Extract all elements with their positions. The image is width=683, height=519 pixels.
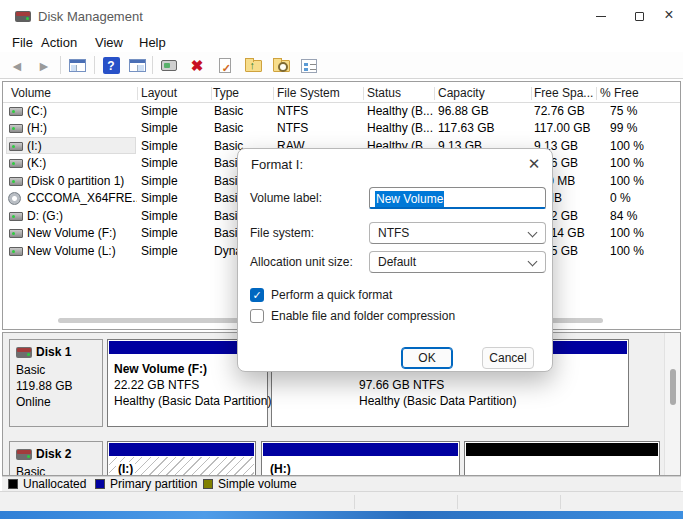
allocation-value: Default bbox=[378, 255, 416, 269]
disk-icon bbox=[16, 449, 32, 460]
cell-layout: Simple bbox=[141, 103, 211, 120]
folder-up-icon bbox=[245, 60, 262, 72]
menu-bar: File Action View Help bbox=[0, 32, 683, 52]
volume-disk-icon bbox=[9, 229, 23, 238]
column-header-freespace[interactable]: Free Spa... bbox=[534, 85, 593, 102]
menu-file[interactable]: File bbox=[12, 35, 33, 50]
allocation-label: Allocation unit size: bbox=[250, 255, 353, 269]
vertical-scrollbar-thumb[interactable] bbox=[670, 369, 676, 405]
ok-button[interactable]: OK bbox=[401, 347, 453, 369]
dialog-title: Format I: bbox=[251, 157, 303, 172]
unallocated-swatch bbox=[8, 479, 18, 489]
delete-button[interactable]: ✖ bbox=[186, 55, 208, 76]
cell-volume: (K:) bbox=[27, 155, 137, 172]
explore-button[interactable] bbox=[270, 55, 292, 76]
disk-management-window: Disk Management × File Action View Help … bbox=[0, 0, 683, 511]
cell-layout: Simple bbox=[141, 155, 211, 172]
refresh-console-button[interactable] bbox=[158, 55, 180, 76]
column-header-volume[interactable]: Volume bbox=[11, 85, 51, 102]
show-console-tree-button[interactable] bbox=[66, 55, 88, 76]
partition-name: New Volume (F:) bbox=[114, 362, 207, 376]
toolbar-separator bbox=[152, 56, 153, 74]
file-system-label: File system: bbox=[250, 226, 314, 240]
properties-button[interactable] bbox=[298, 55, 320, 76]
cell-volume: (H:) bbox=[27, 120, 137, 137]
volume-disk-icon bbox=[9, 159, 23, 168]
partition-name: (H:) bbox=[270, 462, 291, 476]
dialog-close-button[interactable]: ✕ bbox=[522, 153, 546, 175]
forward-arrow-icon: ► bbox=[37, 59, 51, 73]
cell-layout: Simple bbox=[141, 243, 211, 260]
toolbar: ◄ ► ? ✖ bbox=[0, 52, 683, 79]
close-button[interactable]: × bbox=[654, 4, 683, 26]
delete-x-icon: ✖ bbox=[191, 58, 204, 73]
partition-color-bar bbox=[109, 443, 254, 456]
minimize-icon bbox=[596, 16, 606, 17]
menu-view[interactable]: View bbox=[95, 35, 123, 50]
table-row[interactable]: (H:) Simple Basic NTFS Healthy (B... 117… bbox=[3, 120, 681, 137]
partition-size: 97.66 GB NTFS bbox=[359, 378, 444, 392]
volume-disk-icon bbox=[9, 177, 23, 186]
disk-icon bbox=[16, 347, 32, 358]
cell-layout: Simple bbox=[141, 120, 211, 137]
disk2-label-panel[interactable]: Disk 2 Basic bbox=[9, 441, 103, 476]
partition-h[interactable]: (H:) bbox=[261, 441, 460, 476]
status-bar bbox=[0, 491, 683, 511]
toolbar-separator bbox=[60, 56, 61, 74]
vertical-scrollbar[interactable] bbox=[664, 333, 680, 475]
quick-format-label: Perform a quick format bbox=[271, 288, 392, 302]
column-header-type[interactable]: Type bbox=[213, 85, 239, 102]
disk2-name: Disk 2 bbox=[36, 447, 71, 461]
disk1-label-panel[interactable]: Disk 1 Basic 119.88 GB Online bbox=[9, 339, 103, 427]
document-check-icon bbox=[219, 58, 231, 73]
help-button[interactable]: ? bbox=[100, 55, 122, 76]
chevron-down-icon bbox=[528, 228, 538, 238]
volume-disk-icon bbox=[9, 212, 23, 221]
cd-rom-icon bbox=[8, 192, 21, 205]
legend-primary-label: Primary partition bbox=[110, 477, 197, 491]
legend-unallocated-label: Unallocated bbox=[23, 477, 86, 491]
cell-freespace: 117.00 GB bbox=[534, 120, 596, 137]
menu-action[interactable]: Action bbox=[41, 35, 77, 50]
partition-status: Healthy (Basic Data Partition) bbox=[359, 394, 516, 408]
volume-label-value: New Volume bbox=[375, 191, 444, 207]
back-button[interactable]: ◄ bbox=[6, 55, 28, 76]
volume-label-input[interactable]: New Volume bbox=[369, 187, 546, 209]
cell-layout: Simple bbox=[141, 190, 211, 207]
file-system-select[interactable]: NTFS bbox=[369, 222, 546, 244]
partition-unallocated[interactable] bbox=[464, 441, 660, 476]
column-header-capacity[interactable]: Capacity bbox=[438, 85, 485, 102]
compression-checkbox[interactable] bbox=[250, 309, 264, 323]
maximize-button[interactable] bbox=[624, 5, 654, 27]
volume-disk-icon bbox=[9, 142, 23, 151]
cancel-button[interactable]: Cancel bbox=[482, 347, 534, 369]
compression-label: Enable file and folder compression bbox=[271, 309, 455, 323]
column-header-pctfree[interactable]: % Free bbox=[600, 85, 639, 102]
legend-simple-label: Simple volume bbox=[218, 477, 297, 491]
cell-pctfree: 75 % bbox=[610, 103, 680, 120]
column-header-filesystem[interactable]: File System bbox=[277, 85, 340, 102]
cell-layout: Simple bbox=[141, 225, 211, 242]
menu-help[interactable]: Help bbox=[139, 35, 166, 50]
open-button[interactable] bbox=[242, 55, 264, 76]
minimize-button[interactable] bbox=[586, 5, 616, 27]
table-row[interactable]: (C:) Simple Basic NTFS Healthy (B... 96.… bbox=[3, 103, 681, 120]
maximize-icon bbox=[635, 12, 644, 21]
validate-button[interactable] bbox=[214, 55, 236, 76]
allocation-select[interactable]: Default bbox=[369, 251, 546, 273]
forward-button[interactable]: ► bbox=[33, 55, 55, 76]
cell-type: Basic bbox=[214, 120, 272, 137]
cell-filesystem: NTFS bbox=[277, 103, 361, 120]
show-action-pane-button[interactable] bbox=[126, 55, 148, 76]
volume-label-label: Volume label: bbox=[250, 191, 322, 205]
quick-format-checkbox[interactable]: ✓ bbox=[250, 288, 264, 302]
chevron-down-icon bbox=[528, 257, 538, 267]
computer-console-icon bbox=[161, 60, 177, 71]
partition-i-selected[interactable]: (I:) bbox=[107, 441, 256, 476]
column-header-layout[interactable]: Layout bbox=[141, 85, 177, 102]
disk2-type: Basic bbox=[16, 465, 45, 476]
cell-status: Healthy (B... bbox=[367, 103, 434, 120]
column-header-status[interactable]: Status bbox=[367, 85, 401, 102]
cell-pctfree: 100 % bbox=[610, 243, 680, 260]
folder-find-icon bbox=[273, 60, 290, 72]
